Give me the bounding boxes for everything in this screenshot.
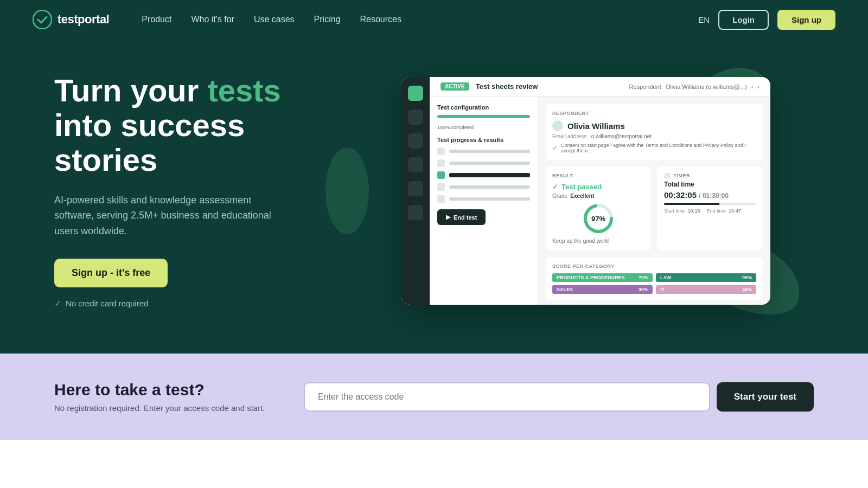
list-text-4 [449,185,530,189]
respondent-name-small: Olivia Williams (o.williams@...) [666,84,747,90]
progress-fill [437,115,530,118]
time-total: 01:30:00 [703,192,729,200]
list-icon-5 [437,195,445,203]
login-button[interactable]: Login [718,10,769,30]
app-content-area: Test configuration 100% completed Test p… [430,97,770,305]
total-time-label: Total time [664,181,756,188]
config-title: Test configuration [437,104,530,111]
email-row: Email address o.williams@testportal.net [552,133,756,139]
end-test-icon: ▶ [446,214,450,221]
score-title: SCORE PER CATEGORY [552,264,756,269]
hero-title-accent: tests [207,73,280,108]
app-sidebar [401,77,430,305]
list-item-3-highlighted [437,171,530,179]
time-bar [664,203,756,205]
list-item-4 [437,183,530,191]
bottom-section: Here to take a test? No registration req… [0,354,868,440]
brand-name: testportal [58,12,109,27]
bottom-description: No registration required. Enter your acc… [54,403,271,413]
respondent-section: RESPONDENT Olivia Williams Email address… [546,104,763,160]
respondent-avatar [552,120,563,131]
logo-link[interactable]: testportal [33,10,109,29]
bottom-heading: Here to take a test? [54,381,271,399]
list-text-5 [449,197,530,201]
access-code-input[interactable] [304,382,710,412]
respondent-label-small: Respondent [629,84,661,90]
score-label-products: PRODUCTS & PROCEDURES 70% [552,273,653,282]
score-label-it: IT 40% [656,285,756,294]
nav-right: EN Login Sign up [698,10,835,30]
percent-text: 97% [591,215,605,223]
email-value: o.williams@testportal.net [591,133,652,139]
white-section [0,440,868,488]
list-icon-2 [437,159,445,167]
hero-title: Turn your tests into success stories [54,73,336,177]
nav-pricing[interactable]: Pricing [314,15,341,24]
email-label: Email address [552,133,586,139]
start-time: Start time 10:15 [664,208,700,214]
result-title: RESULT [552,173,644,178]
time-value: 00:32:05 / 01:30:00 [664,190,756,200]
app-main: ACTIVE Test sheets review Respondent Oli… [430,77,770,305]
hero-description: AI-powered skills and knowledge assessme… [54,192,293,239]
hero-image-area: ACTIVE Test sheets review Respondent Oli… [336,61,835,321]
list-item-2 [437,159,530,167]
list-item-5 [437,195,530,203]
timer-card: 🕐 TIMER Total time 00:32:05 / 01:30:00 [658,166,763,251]
start-test-button[interactable]: Start your test [717,382,814,412]
score-label-sales: SALES 30% [552,285,653,294]
respondent-info-header: Respondent Olivia Williams (o.williams@.… [629,84,760,90]
svg-point-0 [33,10,52,29]
passed-check: ✓ [552,183,558,191]
bottom-text-area: Here to take a test? No registration req… [54,381,271,413]
sidebar-icon-users [408,110,423,125]
score-section: SCORE PER CATEGORY PRODUCTS & PROCEDURES… [546,257,763,300]
end-time: End time 10:47 [707,208,742,214]
end-test-button[interactable]: ▶ End test [437,209,486,225]
nav-resources[interactable]: Resources [360,15,401,24]
hero-title-prefix: Turn your [54,73,207,108]
list-item-1 [437,147,530,155]
bottom-form: Start your test [304,382,814,412]
grade-value: Excellent [570,193,594,199]
lang-selector[interactable]: EN [698,15,710,24]
progress-title: Test progress & results [437,137,530,143]
nav-product[interactable]: Product [142,15,171,24]
progress-container [437,115,530,118]
signup-button[interactable]: Sign up [777,10,835,30]
sidebar-icon-more [408,205,423,220]
passed-text: Test passed [561,183,602,191]
list-text-1 [449,150,530,153]
time-separator: / [699,192,703,200]
nav-who-for[interactable]: Who it's for [191,15,234,24]
right-panel: RESPONDENT Olivia Williams Email address… [538,97,770,305]
hero-cta-button[interactable]: Sign up - it's free [54,259,168,287]
keep-up-text: Keep up the good work! [552,238,644,244]
result-card: RESULT ✓ Test passed Grade Excellent [546,166,651,251]
score-grid: PRODUCTS & PROCEDURES 70% LAW 95% [552,273,756,294]
respondent-section-label: RESPONDENT [552,111,756,116]
hero-title-line2: into success stories [54,107,245,177]
list-text-3 [449,173,530,177]
consent-row: ✓ Consent on start page I agree with the… [552,143,756,153]
hero-content: Turn your tests into success stories AI-… [54,73,336,309]
logo-icon [33,10,52,29]
list-icon-3 [437,171,445,179]
score-item-products: PRODUCTS & PROCEDURES 70% [552,273,653,282]
list-icon-4 [437,183,445,191]
nav-use-cases[interactable]: Use cases [254,15,295,24]
time-meta: Start time 10:15 End time 10:47 [664,208,756,214]
nav-arrow-right[interactable]: › [757,84,760,90]
sidebar-icon-tests [408,133,423,149]
list-text-2 [449,162,530,165]
time-bar-fill [664,203,719,205]
nav-arrow-left[interactable]: ‹ [751,84,754,90]
no-cc-notice: ✓ No credit card required [54,298,336,309]
results-section: RESULT ✓ Test passed Grade Excellent [546,166,763,251]
completed-label: 100% completed [437,125,530,130]
score-item-law: LAW 95% [656,273,756,282]
grade-label: Grade [552,193,567,199]
score-item-sales: SALES 30% [552,285,653,294]
tab-title: Test sheets review [476,82,538,91]
nav-links: Product Who it's for Use cases Pricing R… [142,15,698,24]
